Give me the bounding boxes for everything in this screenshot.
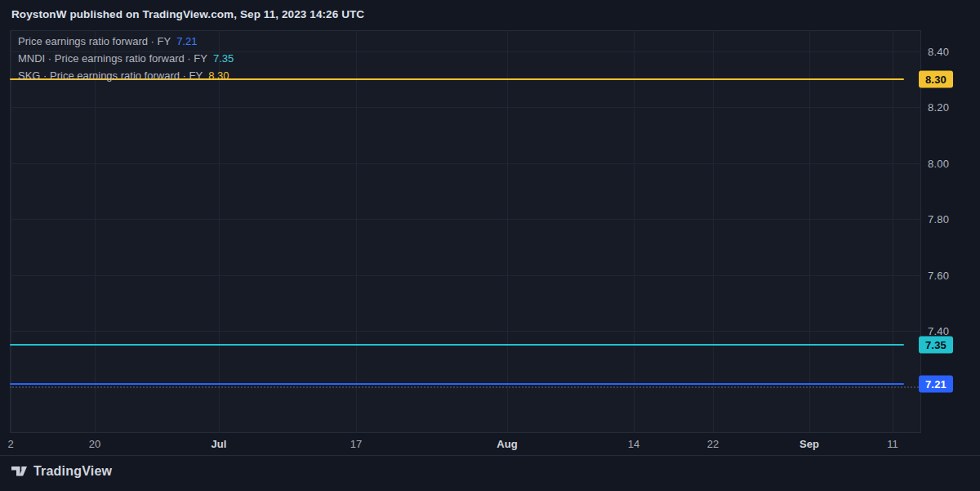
- legend-value: 7.21: [176, 35, 197, 47]
- price-line-dotted: [10, 386, 921, 388]
- price-axis[interactable]: 8.408.208.007.807.607.407.217.358.30: [921, 30, 980, 433]
- legend: Price earnings ratio forward · FY7.21MND…: [18, 36, 234, 87]
- v-gridline: [95, 30, 96, 433]
- x-axis-label: Jul: [212, 438, 227, 450]
- y-axis-label: 7.40: [928, 325, 949, 337]
- v-gridline: [356, 30, 357, 433]
- h-gridline: [10, 163, 921, 164]
- legend-value: 8.30: [208, 69, 229, 82]
- h-gridline: [10, 331, 921, 332]
- footer-brand[interactable]: TradingView: [11, 464, 112, 479]
- series-line-mndi[interactable]: [10, 344, 904, 346]
- footer-divider: [0, 455, 980, 456]
- x-axis-label: 14: [628, 438, 639, 450]
- y-axis-label: 8.20: [928, 101, 949, 114]
- v-gridline: [809, 30, 810, 433]
- v-gridline: [219, 30, 220, 433]
- time-axis[interactable]: 220Jul17Aug1422Sep11: [0, 433, 980, 455]
- legend-row: Price earnings ratio forward · FY7.21: [18, 36, 234, 53]
- legend-value: 7.35: [213, 52, 234, 65]
- v-gridline: [713, 30, 714, 433]
- v-gridline: [634, 30, 635, 433]
- price-badge[interactable]: 8.30: [919, 71, 953, 88]
- x-axis-label: 17: [350, 438, 362, 450]
- series-line-main[interactable]: [10, 383, 904, 385]
- tradingview-logo-icon: [11, 466, 28, 478]
- y-axis-label: 7.80: [928, 213, 949, 225]
- x-axis-label: 2: [7, 438, 13, 450]
- price-badge[interactable]: 7.21: [919, 376, 953, 393]
- price-badge[interactable]: 7.35: [919, 337, 953, 354]
- x-axis-label: Sep: [800, 438, 819, 450]
- x-axis-label: 11: [887, 438, 898, 450]
- y-axis-label: 8.40: [928, 46, 949, 58]
- legend-row: SKG · Price earnings ratio forward · FY8…: [18, 70, 234, 87]
- x-axis-label: 20: [89, 438, 100, 450]
- brand-name: TradingView: [33, 464, 112, 479]
- h-gridline: [10, 275, 921, 276]
- publish-header: RoystonW published on TradingView.com, S…: [11, 8, 364, 20]
- h-gridline: [10, 219, 921, 220]
- legend-label: MNDI · Price earnings ratio forward · FY: [18, 52, 207, 65]
- h-gridline: [10, 107, 921, 108]
- y-axis-label: 8.00: [928, 157, 949, 169]
- v-gridline: [507, 30, 508, 433]
- x-axis-label: Aug: [497, 438, 517, 450]
- legend-label: Price earnings ratio forward · FY: [18, 35, 171, 47]
- plot-area[interactable]: [10, 30, 921, 433]
- tradingview-chart-snapshot: RoystonW published on TradingView.com, S…: [0, 0, 980, 491]
- v-gridline: [893, 30, 893, 433]
- legend-row: MNDI · Price earnings ratio forward · FY…: [18, 53, 234, 70]
- x-axis-label: 22: [707, 438, 719, 450]
- legend-label: SKG · Price earnings ratio forward · FY: [18, 69, 203, 82]
- y-axis-label: 7.60: [928, 269, 949, 281]
- v-gridline: [11, 30, 11, 433]
